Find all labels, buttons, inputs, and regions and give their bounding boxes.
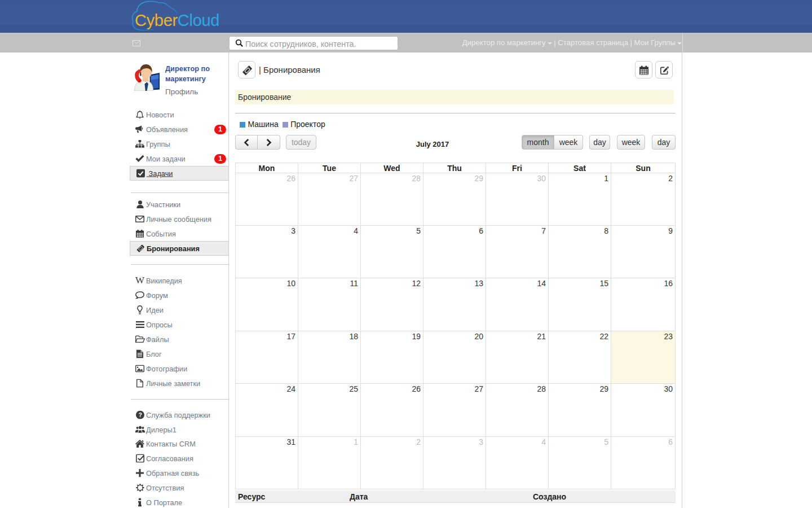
svg-text:CyberCloud: CyberCloud — [135, 11, 219, 29]
svg-text:?: ? — [138, 411, 142, 418]
